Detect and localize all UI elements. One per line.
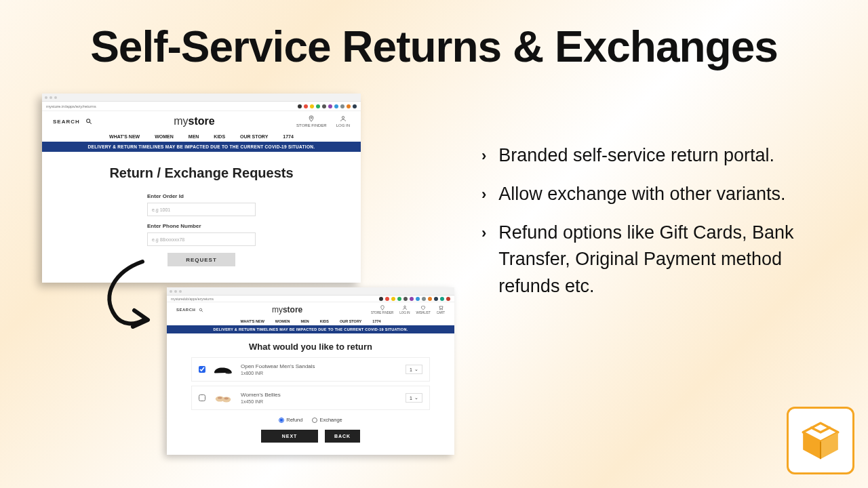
user-icon: [402, 305, 408, 310]
nav-item[interactable]: KIDS: [320, 319, 329, 323]
main-nav: WHAT'S NEW WOMEN MEN KIDS OUR STORY 1774: [167, 317, 454, 325]
next-button[interactable]: NEXT: [261, 430, 318, 443]
url-text: mystoredub/apps/ezyreturns: [171, 297, 214, 301]
login-link[interactable]: LOG IN: [399, 305, 410, 314]
chevron-down-icon: ⌄: [414, 395, 418, 401]
browser-extensions: [379, 297, 450, 301]
phone-input[interactable]: e.g 88xxxxxx78: [147, 232, 256, 246]
return-request-form: Return / Exchange Requests Enter Order I…: [42, 152, 361, 283]
svg-point-4: [200, 308, 203, 311]
request-button[interactable]: REQUEST: [167, 253, 235, 266]
pin-icon: [380, 305, 385, 310]
nav-item[interactable]: WHAT'S NEW: [240, 319, 264, 323]
refund-exchange-choice: Refund Exchange: [191, 417, 430, 423]
svg-point-8: [441, 309, 442, 310]
bullet-text: Allow exchange with other variants.: [498, 181, 785, 207]
nav-item[interactable]: 1774: [372, 319, 380, 323]
user-icon: [340, 115, 347, 122]
chevron-down-icon: ⌄: [414, 367, 418, 372]
login-link[interactable]: LOG IN: [336, 115, 350, 127]
svg-point-3: [342, 117, 344, 119]
url-text: mystore.in/apps/ezy/returns: [46, 104, 96, 108]
feature-list: ›Branded self-service return portal. ›Al…: [481, 142, 834, 312]
wishlist-link[interactable]: WISHLIST: [416, 305, 431, 314]
chevron-right-icon: ›: [481, 142, 486, 169]
chevron-right-icon: ›: [481, 220, 486, 299]
item-checkbox[interactable]: [199, 366, 205, 373]
order-id-input[interactable]: e.g 1001: [147, 203, 256, 216]
nav-item[interactable]: KIDS: [214, 134, 225, 139]
search-toggle[interactable]: SEARCH: [176, 308, 203, 312]
bullet-text: Branded self-service return portal.: [498, 142, 774, 169]
item-price: 1x450 INR: [241, 399, 399, 404]
nav-item[interactable]: WHAT'S NEW: [109, 134, 140, 139]
store-logo[interactable]: mystore: [272, 305, 302, 314]
slide-title: Self-Service Returns & Exchanges: [27, 22, 841, 72]
nav-item[interactable]: OUR STORY: [240, 134, 268, 139]
browser-tabbar: [42, 94, 361, 102]
return-item-row: Women's Bellies 1x450 INR 1⌄: [191, 386, 430, 410]
phone-label: Enter Phone Number: [147, 223, 256, 229]
nav-item[interactable]: OUR STORY: [340, 319, 361, 323]
svg-point-9: [225, 371, 232, 373]
qty-selector[interactable]: 1⌄: [406, 365, 422, 374]
search-icon: [85, 118, 92, 125]
return-item-row: Open Footwear Men's Sandals 1x800 INR 1⌄: [191, 357, 430, 382]
pin-icon: [308, 115, 315, 122]
form-heading: Return / Exchange Requests: [42, 165, 361, 181]
site-header: SEARCH mystore STORE FINDER LOG IN: [42, 111, 361, 131]
browser-extensions: [298, 104, 357, 108]
bullet-text: Refund options like Gift Cards, Bank Tra…: [498, 220, 834, 299]
notice-banner: DELIVERY & RETURN TIMELINES MAY BE IMPAC…: [42, 142, 361, 152]
item-name: Women's Bellies: [241, 392, 399, 398]
store-finder-link[interactable]: STORE FINDER: [296, 115, 327, 127]
product-thumbnail: [212, 390, 234, 405]
cart-icon: [438, 305, 443, 310]
svg-point-13: [224, 397, 229, 399]
item-price: 1x800 INR: [241, 371, 399, 375]
nav-item[interactable]: 1774: [283, 134, 294, 139]
svg-point-6: [404, 306, 406, 308]
return-items-screenshot: mystoredub/apps/ezyreturns SEARCH mystor…: [167, 287, 454, 455]
exchange-radio[interactable]: Exchange: [312, 417, 342, 423]
search-toggle[interactable]: SEARCH: [53, 118, 92, 125]
heart-icon: [420, 305, 426, 310]
item-name: Open Footwear Men's Sandals: [241, 363, 399, 369]
browser-addressbar: mystoredub/apps/ezyreturns: [167, 296, 454, 302]
back-button[interactable]: BACK: [325, 430, 360, 443]
qty-selector[interactable]: 1⌄: [406, 393, 422, 403]
nav-item[interactable]: WOMEN: [155, 134, 174, 139]
svg-point-12: [218, 396, 222, 399]
refund-radio[interactable]: Refund: [279, 417, 302, 423]
svg-point-0: [86, 119, 90, 123]
cart-link[interactable]: CART: [437, 305, 445, 314]
box-icon: [797, 418, 844, 464]
product-thumbnail: [212, 362, 234, 377]
order-id-label: Enter Order Id: [147, 193, 256, 199]
store-finder-link[interactable]: STORE FINDER: [371, 305, 393, 314]
svg-point-7: [439, 309, 440, 310]
nav-item[interactable]: WOMEN: [275, 319, 290, 323]
form-heading: What would you like to return: [191, 342, 430, 352]
store-logo[interactable]: mystore: [174, 115, 214, 127]
chevron-right-icon: ›: [481, 181, 486, 207]
search-icon: [199, 308, 203, 312]
site-header: SEARCH mystore STORE FINDER LOG IN WISHL…: [167, 302, 454, 317]
returns-request-screenshot: mystore.in/apps/ezy/returns SEARCH mysto…: [42, 94, 361, 283]
arrow-icon: [95, 258, 156, 332]
notice-banner: DELIVERY & RETURN TIMELINES MAY BE IMPAC…: [167, 325, 454, 333]
nav-item[interactable]: MEN: [301, 319, 309, 323]
svg-point-2: [311, 117, 312, 119]
item-checkbox[interactable]: [199, 394, 205, 401]
nav-item[interactable]: MEN: [189, 134, 199, 139]
browser-tabbar: [167, 287, 454, 296]
browser-addressbar: mystore.in/apps/ezy/returns: [42, 102, 361, 111]
return-items-form: What would you like to return Open Footw…: [167, 333, 454, 455]
svg-line-1: [90, 122, 92, 124]
main-nav: WHAT'S NEW WOMEN MEN KIDS OUR STORY 1774: [42, 131, 361, 142]
product-logo-badge: [787, 407, 854, 474]
svg-line-5: [202, 310, 203, 312]
